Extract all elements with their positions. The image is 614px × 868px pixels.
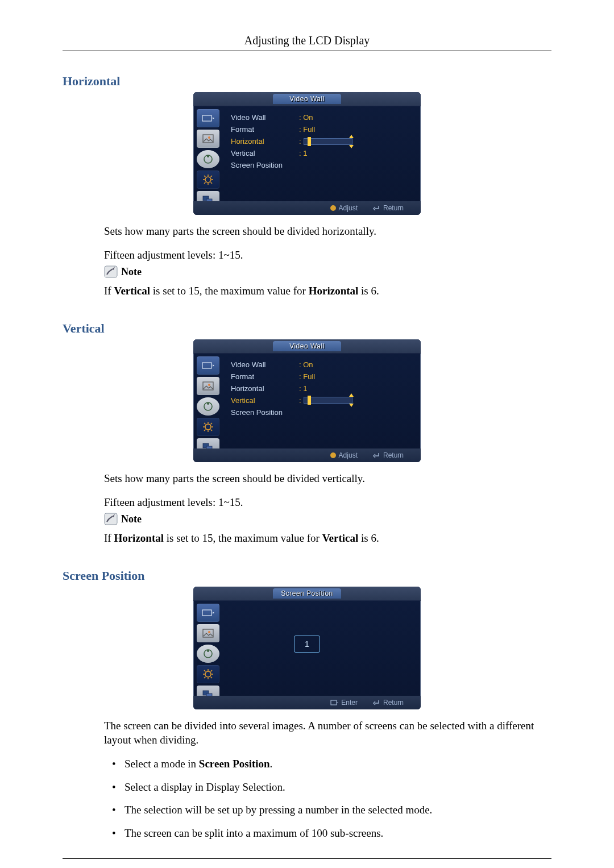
bullet-1: Select a mode in Screen Position. bbox=[104, 757, 551, 772]
bullet-3: The selection will be set up by pressing… bbox=[104, 803, 551, 818]
osd-footer-enter: Enter bbox=[330, 699, 358, 707]
horizontal-p2: Fifteen adjustment levels: 1~15. bbox=[104, 248, 551, 263]
osd-footer-adjust: Adjust bbox=[330, 451, 358, 459]
screenpos-content: The screen can be divided into several i… bbox=[104, 719, 551, 841]
svg-line-28 bbox=[211, 429, 213, 431]
note-label: Note bbox=[121, 513, 142, 525]
svg-line-12 bbox=[211, 176, 213, 177]
svg-line-47 bbox=[204, 676, 206, 678]
osd-tab-title: Screen Position bbox=[273, 588, 341, 599]
osd-footer-adjust: Adjust bbox=[330, 204, 358, 212]
osd-row-screenpos: Screen Position bbox=[231, 406, 414, 418]
svg-rect-17 bbox=[202, 363, 211, 368]
osd-horizontal-wrap: Video Wall Video Wall: On Format: Full H… bbox=[63, 92, 551, 215]
note-icon bbox=[104, 513, 118, 525]
osd-row-vertical: Vertical: bbox=[231, 394, 414, 406]
osd-row-videowall: Video Wall: On bbox=[231, 359, 414, 371]
heading-vertical: Vertical bbox=[63, 321, 551, 336]
osd-row-format: Format: Full bbox=[231, 371, 414, 383]
svg-line-45 bbox=[211, 676, 213, 678]
screenpos-bullets: Select a mode in Screen Position. Select… bbox=[104, 757, 551, 841]
note-icon bbox=[104, 265, 118, 278]
osd-tab-title: Video Wall bbox=[273, 341, 341, 351]
osd-tabbar: Video Wall bbox=[193, 92, 421, 106]
vertical-content: Sets how many parts the screen should be… bbox=[104, 471, 551, 546]
icon-setup bbox=[197, 665, 219, 683]
heading-horizontal: Horizontal bbox=[63, 74, 551, 89]
svg-line-29 bbox=[211, 423, 213, 425]
svg-point-4 bbox=[207, 155, 209, 157]
osd-vertical-wrap: Video Wall Video Wall: On Format: Full H… bbox=[63, 339, 551, 462]
osd-row-horizontal: Horizontal: bbox=[231, 135, 414, 147]
svg-line-46 bbox=[211, 670, 213, 672]
osd-footer-return: Return bbox=[372, 451, 404, 459]
return-icon bbox=[372, 699, 380, 706]
osd-row-horizontal: Horizontal: 1 bbox=[231, 383, 414, 394]
note-line-horizontal: Note bbox=[104, 265, 551, 278]
return-icon bbox=[372, 205, 380, 211]
osd-screenpos: Screen Position 1 Enter Return bbox=[193, 587, 421, 709]
icon-input bbox=[197, 109, 219, 127]
svg-line-11 bbox=[211, 182, 213, 184]
vertical-p2: Fifteen adjustment levels: 1~15. bbox=[104, 495, 551, 510]
osd-left-icons bbox=[197, 109, 222, 209]
osd-menu: Video Wall: On Format: Full Horizontal: … bbox=[231, 359, 414, 418]
osd-footer-return: Return bbox=[372, 204, 404, 212]
screen-position-center: 1 bbox=[193, 636, 421, 653]
svg-line-44 bbox=[204, 670, 206, 672]
svg-line-27 bbox=[204, 423, 206, 425]
osd-row-format: Format: Full bbox=[231, 123, 414, 135]
svg-rect-34 bbox=[202, 610, 211, 616]
icon-sound bbox=[197, 397, 219, 416]
horizontal-p1: Sets how many parts the screen should be… bbox=[104, 224, 551, 239]
svg-point-2 bbox=[208, 136, 210, 139]
note-line-vertical: Note bbox=[104, 513, 551, 525]
osd-tab-title: Video Wall bbox=[273, 94, 341, 104]
icon-sound bbox=[197, 150, 219, 168]
horizontal-content: Sets how many parts the screen should be… bbox=[104, 224, 551, 298]
vertical-note-text: If Horizontal is set to 15, the maximum … bbox=[104, 531, 551, 546]
svg-point-5 bbox=[205, 177, 211, 182]
osd-row-vertical: Vertical: 1 bbox=[231, 147, 414, 159]
svg-rect-0 bbox=[202, 115, 211, 121]
header-rule bbox=[63, 51, 551, 51]
icon-input bbox=[197, 356, 219, 375]
bullet-2: Select a display in Display Selection. bbox=[104, 780, 551, 795]
screenpos-p1: The screen can be divided into several i… bbox=[104, 719, 551, 747]
svg-line-30 bbox=[204, 429, 206, 431]
icon-setup bbox=[197, 171, 219, 189]
osd-menu: Video Wall: On Format: Full Horizontal: … bbox=[231, 111, 414, 171]
note-label: Note bbox=[121, 266, 142, 278]
screen-position-box: 1 bbox=[294, 636, 320, 653]
icon-input bbox=[197, 604, 219, 622]
osd-footer: Adjust Return bbox=[193, 448, 421, 462]
svg-point-39 bbox=[205, 671, 211, 677]
osd-row-screenpos: Screen Position bbox=[231, 159, 414, 171]
svg-rect-1 bbox=[203, 135, 213, 143]
osd-slider bbox=[304, 397, 352, 404]
osd-footer: Adjust Return bbox=[193, 201, 421, 215]
page-header-title: Adjusting the LCD Display bbox=[63, 34, 551, 47]
svg-point-36 bbox=[208, 631, 210, 633]
svg-line-13 bbox=[204, 182, 206, 184]
osd-vertical: Video Wall Video Wall: On Format: Full H… bbox=[193, 339, 421, 462]
svg-rect-33 bbox=[105, 513, 117, 525]
svg-rect-16 bbox=[105, 266, 117, 277]
icon-picture bbox=[197, 377, 219, 395]
footer-rule bbox=[63, 858, 551, 859]
svg-rect-18 bbox=[203, 382, 213, 390]
svg-point-19 bbox=[208, 384, 210, 386]
osd-tabbar: Video Wall bbox=[193, 339, 421, 354]
icon-picture bbox=[197, 130, 219, 148]
horizontal-note-text: If Vertical is set to 15, the maximum va… bbox=[104, 284, 551, 298]
osd-row-videowall: Video Wall: On bbox=[231, 111, 414, 123]
icon-setup bbox=[197, 418, 219, 436]
enter-icon bbox=[330, 699, 338, 706]
osd-left-icons bbox=[197, 604, 222, 704]
bullet-4: The screen can be split into a maximum o… bbox=[104, 826, 551, 841]
heading-screen-position: Screen Position bbox=[63, 568, 551, 583]
osd-footer: Enter Return bbox=[193, 696, 421, 709]
osd-tabbar: Screen Position bbox=[193, 587, 421, 601]
osd-slider bbox=[304, 138, 352, 145]
osd-screenpos-wrap: Screen Position 1 Enter Return bbox=[63, 587, 551, 709]
